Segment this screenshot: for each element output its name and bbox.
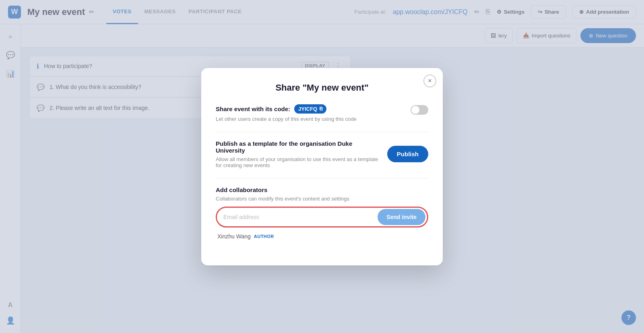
publish-content: Publish as a template for the organisati… xyxy=(216,140,382,168)
collaborators-desc: Collaborators can modify this event's co… xyxy=(216,196,428,202)
collaborators-title: Add collaborators xyxy=(216,186,428,193)
divider-2 xyxy=(216,178,428,178)
share-code-title: Share event with its code: JYICFQ ⎘ xyxy=(216,104,406,114)
share-code-section: Share event with its code: JYICFQ ⎘ Let … xyxy=(216,104,428,122)
event-code-value: JYICFQ xyxy=(298,106,317,112)
author-badge: AUTHOR xyxy=(254,234,274,239)
divider xyxy=(216,132,428,132)
publish-desc: Allow all members of your organisation t… xyxy=(216,156,382,168)
modal-title: Share "My new event" xyxy=(216,83,428,93)
share-code-content: Share event with its code: JYICFQ ⎘ Let … xyxy=(216,104,406,122)
share-toggle[interactable] xyxy=(411,105,428,115)
email-input[interactable] xyxy=(217,209,374,225)
share-code-header: Share event with its code: JYICFQ ⎘ Let … xyxy=(216,104,428,122)
share-modal: × Share "My new event" Share event with … xyxy=(201,68,443,265)
publish-button[interactable]: Publish xyxy=(387,146,428,162)
collaborators-section: Add collaborators Collaborators can modi… xyxy=(216,186,428,240)
close-modal-button[interactable]: × xyxy=(423,74,436,87)
copy-code-icon[interactable]: ⎘ xyxy=(320,106,322,112)
publish-section: Publish as a template for the organisati… xyxy=(216,140,428,168)
author-name: Xinzhu Wang xyxy=(217,233,251,240)
share-code-label: Share event with its code: xyxy=(216,105,290,112)
collaborator-area: Send invite xyxy=(216,207,428,228)
share-code-desc: Let other users create a copy of this ev… xyxy=(216,116,406,122)
publish-header: Publish as a template for the organisati… xyxy=(216,140,428,168)
modal-overlay: × Share "My new event" Share event with … xyxy=(0,0,644,333)
email-collabbox: Send invite xyxy=(216,207,428,228)
publish-title: Publish as a template for the organisati… xyxy=(216,140,382,154)
toggle-knob xyxy=(411,106,419,114)
send-invite-button[interactable]: Send invite xyxy=(378,209,425,225)
event-code-badge[interactable]: JYICFQ ⎘ xyxy=(294,104,326,114)
author-row: Xinzhu Wang AUTHOR xyxy=(216,233,428,240)
